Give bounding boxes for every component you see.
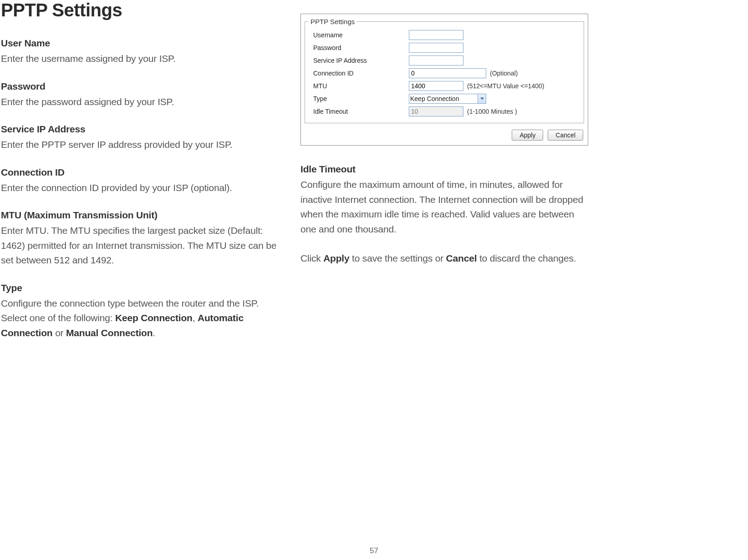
label-username: Username	[309, 31, 409, 39]
row-password: Password	[309, 43, 580, 53]
hint-connection-id: (Optional)	[490, 70, 518, 77]
field-service-ip-title: Service IP Address	[1, 124, 282, 135]
fieldset-legend: PPTP Settings	[309, 18, 356, 25]
row-service-ip: Service IP Address	[309, 55, 580, 66]
panel-button-bar: Apply Cancel	[301, 127, 588, 145]
select-type[interactable]: Keep Connection	[409, 94, 486, 104]
field-username: User Name Enter the username assigned by…	[1, 38, 282, 66]
row-mtu: MTU (512<=MTU Value <=1400)	[309, 81, 580, 91]
label-mtu: MTU	[309, 82, 409, 90]
field-connection-id: Connection ID Enter the connection ID pr…	[1, 167, 282, 196]
field-idle-timeout-desc: Configure the maximum amount of time, in…	[300, 177, 592, 237]
cancel-button[interactable]: Cancel	[548, 130, 583, 141]
type-sep2: or	[53, 328, 66, 338]
note-mid: to save the settings or	[349, 253, 446, 263]
row-username: Username	[309, 30, 580, 40]
note-pre: Click	[300, 253, 323, 263]
label-connection-id: Connection ID	[309, 70, 409, 77]
field-username-desc: Enter the username assigned by your ISP.	[1, 51, 282, 66]
field-password-title: Password	[1, 81, 282, 92]
field-mtu: MTU (Maximum Transmission Unit) Enter MT…	[1, 210, 282, 268]
label-password: Password	[309, 44, 409, 51]
field-connection-id-title: Connection ID	[1, 167, 282, 178]
apply-cancel-note: Click Apply to save the settings or Canc…	[300, 251, 592, 266]
row-type: Type Keep Connection	[309, 94, 580, 104]
field-connection-id-desc: Enter the connection ID provided by your…	[1, 181, 282, 196]
type-opt-keep: Keep Connection	[115, 313, 193, 323]
note-cancel: Cancel	[446, 253, 477, 263]
input-username[interactable]	[409, 30, 463, 40]
field-type: Type Configure the connection type betwe…	[1, 283, 282, 341]
field-service-ip: Service IP Address Enter the PPTP server…	[1, 124, 282, 152]
hint-idle-timeout: (1-1000 Minutes )	[467, 108, 517, 115]
field-idle-timeout-title: Idle Timeout	[300, 164, 592, 175]
field-password-desc: Enter the password assigned by your ISP.	[1, 95, 282, 110]
input-password[interactable]	[409, 43, 463, 53]
input-connection-id[interactable]	[409, 68, 486, 78]
input-mtu[interactable]	[409, 81, 463, 91]
note-apply: Apply	[323, 253, 349, 263]
screenshot-panel: PPTP Settings Username Password Service …	[300, 14, 588, 146]
type-sep1: ,	[193, 313, 198, 323]
page-title: PPTP Settings	[1, 0, 282, 20]
label-service-ip: Service IP Address	[309, 57, 409, 64]
label-idle-timeout: Idle Timeout	[309, 108, 409, 115]
page-number: 57	[0, 546, 748, 555]
field-service-ip-desc: Enter the PPTP server IP address provide…	[1, 137, 282, 152]
row-idle-timeout: Idle Timeout (1-1000 Minutes )	[309, 106, 580, 116]
input-service-ip[interactable]	[409, 55, 463, 66]
field-mtu-title: MTU (Maximum Transmission Unit)	[1, 210, 282, 221]
field-username-title: User Name	[1, 38, 282, 49]
apply-button[interactable]: Apply	[512, 130, 543, 141]
field-type-desc: Configure the connection type between th…	[1, 296, 282, 341]
field-type-title: Type	[1, 283, 282, 293]
type-opt-manual: Manual Connection	[66, 328, 153, 338]
row-connection-id: Connection ID (Optional)	[309, 68, 580, 78]
chevron-down-icon	[478, 94, 486, 103]
label-type: Type	[309, 95, 409, 102]
input-idle-timeout	[409, 106, 463, 116]
field-mtu-desc: Enter MTU. The MTU specifies the largest…	[1, 223, 282, 268]
pptp-fieldset: PPTP Settings Username Password Service …	[305, 18, 584, 123]
field-idle-timeout: Idle Timeout Configure the maximum amoun…	[300, 164, 592, 237]
field-password: Password Enter the password assigned by …	[1, 81, 282, 110]
note-tail: to discard the changes.	[477, 253, 576, 263]
type-tail: .	[153, 328, 155, 338]
select-type-value: Keep Connection	[410, 95, 459, 102]
hint-mtu: (512<=MTU Value <=1400)	[467, 82, 544, 90]
